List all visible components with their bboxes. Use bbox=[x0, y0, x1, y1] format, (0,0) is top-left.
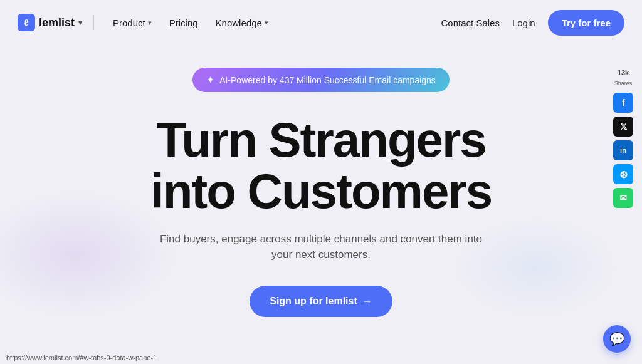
headline-line1: Turn Strangers bbox=[156, 112, 485, 167]
social-sidebar: 13k Shares f 𝕏 in ⊛ ✉ bbox=[613, 69, 633, 208]
social-share-count: 13k bbox=[618, 69, 629, 76]
linkedin-share-button[interactable]: in bbox=[613, 140, 633, 160]
nav-divider bbox=[93, 15, 94, 30]
lemlist-logo-icon: ℓ bbox=[18, 14, 35, 31]
nav-product[interactable]: Product ▾ bbox=[105, 13, 159, 33]
nav-links: Product ▾ Pricing Knowledge ▾ bbox=[105, 13, 276, 33]
badge-text: AI-Powered by 437 Million Successful Ema… bbox=[219, 75, 436, 85]
knowledge-chevron-icon: ▾ bbox=[265, 19, 268, 27]
logo-chevron-icon: ▾ bbox=[78, 18, 82, 27]
social-shares-label: Shares bbox=[614, 80, 633, 86]
nav-product-label: Product bbox=[113, 18, 145, 28]
nav-pricing-label: Pricing bbox=[169, 18, 198, 28]
ai-badge: ✦ AI-Powered by 437 Million Successful E… bbox=[192, 68, 450, 92]
facebook-share-button[interactable]: f bbox=[613, 93, 633, 113]
contact-sales-link[interactable]: Contact Sales bbox=[441, 18, 500, 28]
chat-bubble-icon: 💬 bbox=[609, 331, 625, 346]
status-bar: https://www.lemlist.com/#w-tabs-0-data-w… bbox=[0, 351, 163, 364]
badge-star-icon: ✦ bbox=[206, 74, 214, 86]
cta-label: Sign up for lemlist bbox=[270, 296, 357, 307]
signup-cta-button[interactable]: Sign up for lemlist → bbox=[250, 286, 392, 317]
logo-area[interactable]: ℓ lemlist ▾ bbox=[18, 14, 82, 31]
login-link[interactable]: Login bbox=[512, 18, 535, 28]
logo-text: lemlist bbox=[39, 16, 75, 29]
nav-knowledge-label: Knowledge bbox=[216, 18, 262, 28]
navbar-left: ℓ lemlist ▾ Product ▾ Pricing Knowledge … bbox=[18, 13, 276, 33]
hero-headline: Turn Strangers into Customers bbox=[150, 115, 492, 217]
hero-section: ✦ AI-Powered by 437 Million Successful E… bbox=[0, 45, 642, 317]
bg-blob-left bbox=[0, 192, 176, 317]
status-url: https://www.lemlist.com/#w-tabs-0-data-w… bbox=[6, 354, 157, 361]
twitter-share-button[interactable]: 𝕏 bbox=[613, 117, 633, 137]
headline-line2: into Customers bbox=[150, 164, 492, 219]
nav-knowledge[interactable]: Knowledge ▾ bbox=[208, 13, 276, 33]
cta-arrow-icon: → bbox=[362, 296, 372, 307]
navbar: ℓ lemlist ▾ Product ▾ Pricing Knowledge … bbox=[0, 0, 642, 45]
whatsapp-share-button[interactable]: ✉ bbox=[613, 188, 633, 208]
product-chevron-icon: ▾ bbox=[148, 19, 152, 27]
nav-pricing[interactable]: Pricing bbox=[162, 13, 206, 33]
hero-subheadline: Find buyers, engage across multiple chan… bbox=[158, 231, 484, 263]
try-free-button[interactable]: Try for free bbox=[548, 10, 624, 36]
chat-bubble-button[interactable]: 💬 bbox=[603, 325, 631, 353]
messenger-share-button[interactable]: ⊛ bbox=[613, 164, 633, 184]
navbar-right: Contact Sales Login Try for free bbox=[441, 10, 624, 36]
